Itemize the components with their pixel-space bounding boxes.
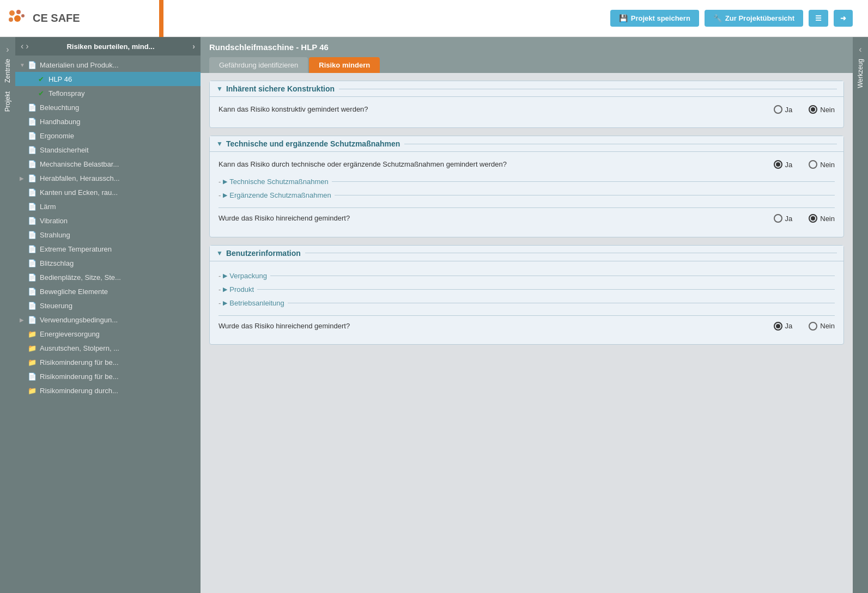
tree-item-verwendung[interactable]: ▶ 📄 Verwendungsbedingun...: [15, 313, 201, 327]
section-benutzer-collapse[interactable]: ▼: [216, 249, 223, 257]
radio-ja-2[interactable]: Ja: [774, 160, 793, 169]
sub-section-technisch[interactable]: - ▶ Technische Schutzmaßnahmen: [218, 175, 835, 188]
sub-line-4: [257, 289, 835, 290]
sub-arrow-5: ▶: [223, 299, 227, 307]
folder-icon-9: 📄: [27, 187, 37, 197]
save-project-button[interactable]: 💾 Projekt speichern: [610, 10, 699, 27]
sub-label-ergaenzend: Ergänzende Schutzmaßnahmen: [229, 191, 331, 199]
zentrale-label[interactable]: Zentrale: [2, 54, 14, 87]
svg-point-3: [14, 15, 21, 22]
sidebar-title: Risiken beurteilen, mind...: [66, 42, 154, 51]
tree-item-energie[interactable]: 📁 Energieversorgung: [15, 327, 201, 341]
tree-item-ausrutschen[interactable]: 📁 Ausrutschen, Stolpern, ...: [15, 341, 201, 355]
left-side-panel: › Zentrale Projekt: [0, 37, 15, 593]
page-title: Rundschleifmaschine - HLP 46: [209, 42, 329, 52]
tree-item-kanten[interactable]: 📄 Kanten und Ecken, rau...: [15, 185, 201, 199]
radio-ja-4[interactable]: Ja: [774, 322, 793, 331]
right-panel-arrow[interactable]: ‹: [859, 45, 861, 54]
tree-item-risiko3[interactable]: 📁 Risikominderung durch...: [15, 383, 201, 398]
projekt-label[interactable]: Projekt: [2, 87, 14, 116]
tree-item-strahlung[interactable]: 📄 Strahlung: [15, 228, 201, 242]
menu-button[interactable]: ☰: [809, 10, 828, 27]
tree-item-temp[interactable]: 📄 Extreme Temperaturen: [15, 242, 201, 256]
sidebar-nav: ‹ ›: [21, 41, 29, 51]
tree-item-bedienplaetze[interactable]: 📄 Bedienplätze, Sitze, Ste...: [15, 270, 201, 284]
tree-item-handhabung[interactable]: 📄 Handhabung: [15, 114, 201, 129]
radio-nein-3[interactable]: Nein: [809, 214, 835, 223]
radio-nein-1[interactable]: Nein: [809, 105, 835, 114]
tree-item-steuerung[interactable]: 📄 Steuerung: [15, 298, 201, 313]
svg-point-4: [21, 14, 25, 17]
section-inherent: ▼ Inhärent sichere Konstruktion Kann das…: [209, 81, 844, 128]
left-panel-arrow[interactable]: ›: [6, 45, 9, 54]
tree-item-risiko1[interactable]: 📁 Risikominderung für be...: [15, 355, 201, 369]
radio-ja-1[interactable]: Ja: [774, 105, 793, 114]
tree-item-hlp46[interactable]: ✔ HLP 46: [15, 72, 201, 86]
folder-icon-22: 📄: [27, 371, 37, 381]
logo-area: CE SAFE: [7, 8, 159, 29]
sub-arrow-4: ▶: [223, 286, 227, 293]
expand-icon-0: ▼: [20, 62, 27, 68]
radio-circle-nein-1: [809, 105, 817, 114]
sub-section-verpackung[interactable]: - ▶ Verpackung: [218, 269, 835, 283]
folder-icon-12: 📄: [27, 230, 37, 240]
sidebar-header: ‹ › Risiken beurteilen, mind... ›: [15, 37, 201, 56]
tree-item-vibration[interactable]: 📄 Vibration: [15, 213, 201, 228]
section-inherent-collapse[interactable]: ▼: [216, 85, 223, 93]
expand-icon-8: ▶: [20, 175, 27, 181]
folder-icon-5: 📄: [27, 131, 37, 140]
tree-item-herabfallen[interactable]: ▶ 📄 Herabfallen, Heraussch...: [15, 171, 201, 185]
section-technisch-line: [404, 144, 837, 144]
tree-item-bewegliche[interactable]: 📄 Bewegliche Elemente: [15, 284, 201, 298]
logout-icon: ➜: [840, 14, 846, 22]
radio-circle-ja-4: [774, 322, 782, 331]
section-technisch-collapse[interactable]: ▼: [216, 140, 223, 148]
sub-arrow-3: ▶: [223, 272, 227, 279]
tab-gefaehrdung[interactable]: Gefährdung identifizieren: [209, 57, 308, 73]
radio-group-4: Ja Nein: [682, 322, 835, 331]
sub-section-ergaenzend[interactable]: - ▶ Ergänzende Schutzmaßnahmen: [218, 188, 835, 202]
logout-button[interactable]: ➜: [834, 10, 853, 27]
radio-ja-3[interactable]: Ja: [774, 214, 793, 223]
sub-dash-4: -: [218, 285, 221, 294]
section-benutzer-title-bar: ▼ Benutzerinformation: [210, 246, 843, 261]
section-benutzer-title: Benutzerinformation: [226, 249, 301, 258]
radio-circle-ja-2: [774, 160, 782, 169]
svg-point-2: [9, 17, 13, 22]
tree-item-standsicherheit[interactable]: 📄 Standsicherheit: [15, 143, 201, 157]
question-row-4: Wurde das Risiko hinreichend gemindert? …: [218, 321, 835, 331]
header: CE SAFE 💾 Projekt speichern 🔧 Zur Projek…: [0, 0, 868, 37]
tree-item-ergonomie[interactable]: 📄 Ergonomie: [15, 129, 201, 143]
sub-line-3: [270, 276, 835, 276]
tree-item-blitzschlag[interactable]: 📄 Blitzschlag: [15, 256, 201, 270]
svg-point-1: [16, 10, 21, 14]
sub-arrow-2: ▶: [223, 192, 227, 199]
project-overview-button[interactable]: 🔧 Zur Projektübersicht: [705, 10, 803, 27]
tree-item-risiko2[interactable]: 📄 Risikominderung für be...: [15, 369, 201, 383]
tree-item-mech[interactable]: 📄 Mechanische Belastbar...: [15, 157, 201, 171]
radio-circle-ja-1: [774, 105, 782, 114]
radio-nein-2[interactable]: Nein: [809, 160, 835, 169]
logo-text: CE SAFE: [33, 12, 80, 25]
sub-section-betrieb[interactable]: - ▶ Betriebsanleitung: [218, 296, 835, 310]
section-inherent-line: [339, 89, 837, 89]
section-divider-1: [218, 207, 835, 208]
expand-icon-18: ▶: [20, 317, 27, 323]
tree-item-materialien[interactable]: ▼ 📄 Materialien und Produk...: [15, 58, 201, 72]
tree-item-teflonspray[interactable]: ✔ Teflonspray: [15, 86, 201, 100]
section-inherent-title-bar: ▼ Inhärent sichere Konstruktion: [210, 81, 843, 97]
sidebar-next-arrow[interactable]: ›: [26, 41, 28, 51]
sidebar-prev-arrow[interactable]: ‹: [21, 41, 23, 51]
sidebar-collapse-arrow[interactable]: ›: [192, 42, 195, 51]
radio-group-1: Ja Nein: [682, 105, 835, 114]
werkzeug-label[interactable]: Werkzeug: [854, 54, 866, 93]
tree-item-laerm[interactable]: 📄 Lärm: [15, 199, 201, 213]
tab-risiko[interactable]: Risiko mindern: [309, 57, 380, 73]
tree-item-beleuchtung[interactable]: 📄 Beleuchtung: [15, 100, 201, 114]
sub-section-produkt[interactable]: - ▶ Produkt: [218, 283, 835, 296]
radio-nein-4[interactable]: Nein: [809, 322, 835, 331]
radio-circle-nein-2: [809, 160, 817, 169]
radio-circle-nein-4: [809, 322, 817, 331]
sub-label-produkt: Produkt: [229, 285, 254, 294]
content-body: ▼ Inhärent sichere Konstruktion Kann das…: [201, 73, 853, 593]
